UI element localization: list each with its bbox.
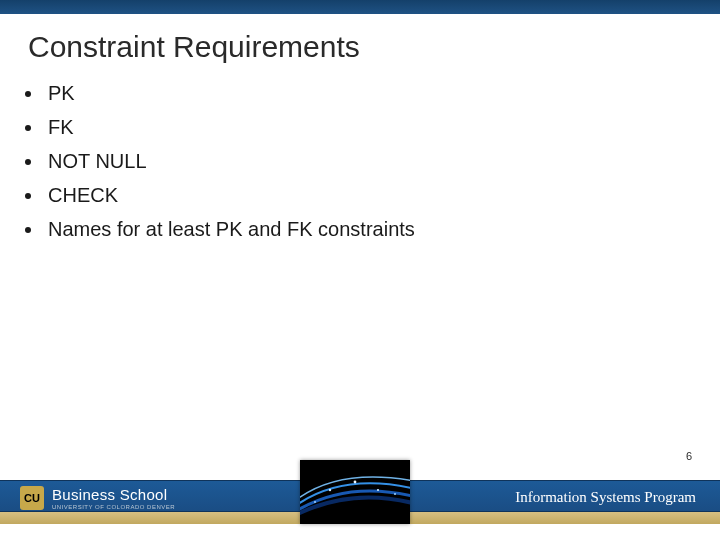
svg-point-4 [314, 501, 316, 503]
svg-point-1 [329, 489, 331, 491]
logo-main-text: Business School [52, 487, 175, 502]
footer-bar-white [0, 524, 720, 540]
svg-point-3 [377, 489, 379, 491]
logo-text: Business School UNIVERSITY OF COLORADO D… [52, 487, 175, 510]
program-name: Information Systems Program [515, 489, 696, 506]
logo-badge-icon: CU [20, 486, 44, 510]
footer-decorative-image [300, 460, 410, 524]
light-streaks-icon [300, 460, 410, 524]
list-item: NOT NULL [44, 150, 415, 173]
svg-point-2 [354, 481, 357, 484]
svg-point-5 [394, 493, 396, 495]
list-item: FK [44, 116, 415, 139]
page-number: 6 [686, 450, 692, 462]
list-item: PK [44, 82, 415, 105]
school-logo: CU Business School UNIVERSITY OF COLORAD… [20, 486, 175, 510]
slide: Constraint Requirements PK FK NOT NULL C… [0, 0, 720, 540]
list-item: Names for at least PK and FK constraints [44, 218, 415, 241]
bullet-list: PK FK NOT NULL CHECK Names for at least … [44, 82, 415, 252]
top-accent-bar [0, 0, 720, 14]
logo-sub-text: UNIVERSITY OF COLORADO DENVER [52, 504, 175, 510]
list-item: CHECK [44, 184, 415, 207]
slide-title: Constraint Requirements [28, 30, 360, 64]
